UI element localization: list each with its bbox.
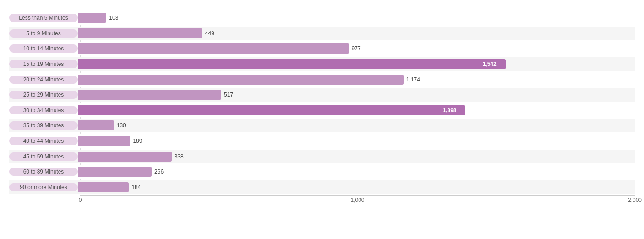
x-tick: 1,000	[350, 197, 364, 203]
bar-track: 189	[78, 134, 635, 148]
bar-track: 1,398	[78, 103, 635, 117]
bar-label: 30 to 34 Minutes	[9, 106, 78, 114]
bar-row: 30 to 34 Minutes1,398	[9, 103, 635, 117]
bar-label: Less than 5 Minutes	[9, 14, 78, 22]
bar-label: 40 to 44 Minutes	[9, 137, 78, 145]
bar-value: 449	[205, 30, 214, 37]
bar-fill	[78, 28, 202, 38]
chart-area: Less than 5 Minutes1035 to 9 Minutes4491…	[9, 11, 635, 205]
bar-row: 35 to 39 Minutes130	[9, 119, 635, 132]
bar-track: 103	[78, 11, 635, 25]
bar-value: 338	[175, 153, 184, 160]
bar-fill	[78, 90, 221, 100]
bar-row: 5 to 9 Minutes449	[9, 27, 635, 40]
bar-label: 35 to 39 Minutes	[9, 121, 78, 130]
bar-track: 184	[78, 180, 635, 194]
bar-track: 338	[78, 150, 635, 163]
bar-row: 45 to 59 Minutes338	[9, 150, 635, 163]
bar-fill	[78, 152, 172, 162]
bar-label: 15 to 19 Minutes	[9, 60, 78, 68]
bars-section: Less than 5 Minutes1035 to 9 Minutes4491…	[9, 11, 635, 194]
bar-fill	[78, 105, 465, 115]
bar-track: 266	[78, 165, 635, 179]
bar-value: 103	[109, 15, 118, 21]
bar-track: 130	[78, 119, 635, 132]
bar-track: 1,542	[78, 57, 635, 71]
bar-fill	[78, 167, 152, 177]
bar-label: 60 to 89 Minutes	[9, 168, 78, 176]
bar-value: 130	[117, 122, 126, 129]
bar-track: 977	[78, 42, 635, 55]
bar-fill	[78, 13, 106, 23]
bar-fill	[78, 75, 404, 85]
bar-row: 20 to 24 Minutes1,174	[9, 73, 635, 87]
bar-row: 40 to 44 Minutes189	[9, 134, 635, 148]
bar-row: 60 to 89 Minutes266	[9, 165, 635, 179]
bar-value: 184	[131, 184, 141, 190]
bar-label: 10 to 14 Minutes	[9, 44, 78, 53]
chart-container: Less than 5 Minutes1035 to 9 Minutes4491…	[0, 0, 644, 239]
bar-fill	[78, 43, 349, 54]
bar-row: 10 to 14 Minutes977	[9, 42, 635, 55]
bar-label: 25 to 29 Minutes	[9, 91, 78, 99]
bar-row: 15 to 19 Minutes1,542	[9, 57, 635, 71]
bar-track: 517	[78, 88, 635, 102]
bar-label: 90 or more Minutes	[9, 183, 78, 191]
bar-fill	[78, 120, 114, 130]
bar-track: 449	[78, 27, 635, 40]
bar-fill	[78, 136, 130, 146]
bar-row: 25 to 29 Minutes517	[9, 88, 635, 102]
bar-value: 1,398	[442, 107, 456, 114]
bar-row: 90 or more Minutes184	[9, 180, 635, 194]
bar-fill	[78, 59, 506, 69]
bar-value: 1,174	[406, 76, 420, 83]
bar-row: Less than 5 Minutes103	[9, 11, 635, 25]
x-tick: 2,000	[628, 197, 642, 203]
bar-label: 45 to 59 Minutes	[9, 152, 78, 161]
bar-label: 20 to 24 Minutes	[9, 76, 78, 84]
bar-track: 1,174	[78, 73, 635, 87]
bar-value: 189	[133, 138, 142, 144]
bar-fill	[78, 182, 129, 192]
x-tick: 0	[79, 197, 82, 203]
bar-value: 517	[224, 92, 233, 98]
bar-value: 1,542	[483, 61, 497, 67]
bar-label: 5 to 9 Minutes	[9, 29, 78, 38]
bar-value: 266	[154, 168, 164, 175]
grid-line	[635, 11, 635, 194]
bar-value: 977	[352, 45, 361, 52]
